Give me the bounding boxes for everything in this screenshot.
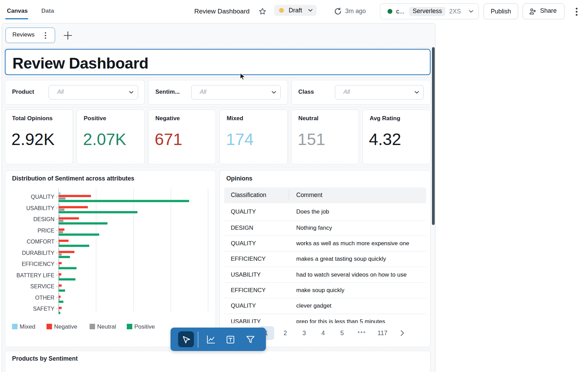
svg-text:Positive: Positive <box>134 323 155 330</box>
svg-text:QUALITY: QUALITY <box>31 194 55 200</box>
svg-text:USABILITY: USABILITY <box>26 205 54 211</box>
svg-text:DESIGN: DESIGN <box>33 216 54 222</box>
svg-text:Negative: Negative <box>54 323 77 330</box>
svg-text:SERVICE: SERVICE <box>30 283 54 289</box>
svg-text:SAFETY: SAFETY <box>33 306 55 312</box>
svg-text:Neutral: Neutral <box>97 323 116 330</box>
svg-text:OTHER: OTHER <box>35 295 54 301</box>
svg-text:BATTERY LIFE: BATTERY LIFE <box>17 272 54 278</box>
svg-text:EFFICIENCY: EFFICIENCY <box>22 261 54 267</box>
svg-text:PRICE: PRICE <box>38 228 54 234</box>
svg-text:COMFORT: COMFORT <box>27 239 54 245</box>
svg-text:DURABILITY: DURABILITY <box>22 250 55 256</box>
svg-text:Mixed: Mixed <box>20 323 35 330</box>
